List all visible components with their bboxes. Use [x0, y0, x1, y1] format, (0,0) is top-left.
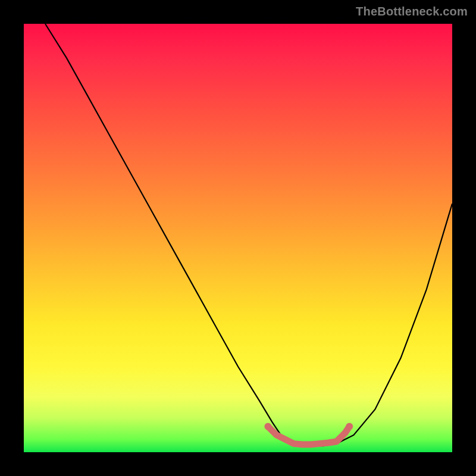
- highlight-markers: [264, 423, 353, 444]
- plot-area: [24, 24, 452, 452]
- watermark-text: TheBottleneck.com: [356, 5, 468, 18]
- highlight-dot: [346, 423, 353, 430]
- chart-frame: TheBottleneck.com: [0, 0, 476, 476]
- highlight-dot: [264, 423, 271, 430]
- curve-layer: [24, 24, 452, 452]
- bottleneck-curve: [45, 24, 452, 446]
- highlight-segment: [268, 427, 349, 444]
